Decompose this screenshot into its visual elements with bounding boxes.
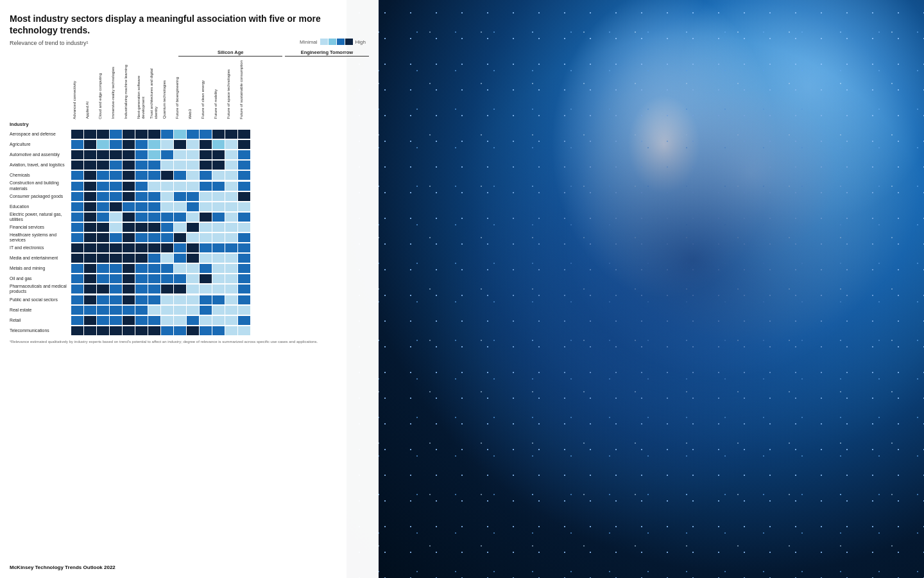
legend-minimal: Minimal [300,39,318,45]
row-cells-17 [71,306,250,315]
row-label-15: Pharmaceuticals and medical products [10,284,71,294]
cell-0-8 [174,130,186,139]
row-label-17: Real estate [10,308,71,313]
cell-11-3 [110,243,122,252]
cell-17-1 [84,306,96,315]
cell-9-0 [71,223,83,232]
cell-8-5 [135,213,148,222]
cell-1-9 [187,140,199,149]
cell-7-2 [97,202,109,211]
cell-4-9 [187,171,199,180]
row-cells-1 [71,140,250,149]
col-header-10: Future of clean energy [201,80,213,119]
cell-2-8 [174,150,186,159]
table-row-16: Public and social sectors [10,295,369,305]
cell-15-0 [71,285,83,293]
cell-6-7 [161,192,173,201]
cell-5-13 [238,182,250,191]
cell-14-9 [187,274,199,283]
cell-13-6 [148,264,160,273]
cell-1-4 [123,140,135,149]
cell-6-3 [110,192,122,201]
cell-4-1 [84,171,96,180]
cell-10-0 [71,233,83,242]
cell-7-9 [187,202,199,211]
cell-0-3 [110,130,122,139]
cell-2-1 [84,150,96,159]
cell-19-11 [212,326,225,335]
col-header-7: Quantum technologies [162,80,175,119]
cell-12-0 [71,254,83,263]
cell-7-3 [110,202,122,211]
table-row-5: Construction and building materials [10,180,369,191]
cell-2-2 [97,150,109,159]
cell-8-10 [200,213,212,222]
cell-1-10 [200,140,212,149]
table-row-19: Telecommunications [10,326,369,336]
col-header-4: Industrializing machine learning [124,65,136,119]
cell-1-13 [238,140,250,149]
cell-13-11 [212,264,225,273]
cell-6-9 [187,192,199,201]
cell-5-0 [71,182,83,191]
cell-2-7 [161,150,173,159]
cell-13-12 [225,264,237,273]
cell-0-0 [71,130,83,139]
cell-14-13 [238,274,250,283]
cell-3-8 [174,161,186,170]
cell-18-6 [148,316,160,325]
cell-18-12 [225,316,237,325]
cell-1-2 [97,140,109,149]
row-label-16: Public and social sectors [10,297,71,302]
cell-16-2 [97,295,109,304]
cell-1-3 [110,140,122,149]
cell-16-1 [84,295,96,304]
table-row-18: Retail [10,315,369,326]
cell-5-2 [97,182,109,191]
cell-1-0 [71,140,83,149]
cell-6-8 [174,192,186,201]
cell-11-8 [174,243,186,252]
cell-12-8 [174,254,186,263]
cell-8-0 [71,213,83,222]
cell-12-13 [238,254,250,263]
cell-4-8 [174,171,186,180]
cell-14-4 [123,274,135,283]
cell-12-5 [135,254,148,263]
cell-17-10 [200,306,212,315]
cell-4-4 [123,171,135,180]
legend-boxes [320,39,353,45]
cell-3-11 [212,161,225,170]
cell-18-4 [123,316,135,325]
row-cells-9 [71,223,250,232]
cell-4-5 [135,171,148,180]
cell-11-1 [84,243,96,252]
cell-16-12 [225,295,237,304]
cell-16-7 [161,295,173,304]
cell-15-6 [148,285,160,293]
cell-9-12 [225,223,237,232]
cell-0-4 [123,130,135,139]
cell-4-11 [212,171,225,180]
cell-4-0 [71,171,83,180]
cell-2-9 [187,150,199,159]
row-label-9: Financial services [10,225,71,230]
row-cells-4 [71,171,250,180]
cell-4-3 [110,171,122,180]
row-label-10: Healthcare systems and services [10,232,71,243]
table-row-7: Education [10,202,369,212]
cell-10-10 [200,233,212,242]
cell-18-11 [212,316,225,325]
cell-5-11 [212,182,225,191]
row-cells-18 [71,316,250,325]
footnote: ¹Relevance estimated qualitatively by in… [10,340,369,345]
cell-16-4 [123,295,135,304]
cell-15-3 [110,285,122,293]
cell-12-9 [187,254,199,263]
cell-12-12 [225,254,237,263]
cell-11-10 [200,243,212,252]
col-header-1: Applied AI [85,101,98,119]
cell-15-10 [200,285,212,293]
cell-8-11 [212,213,225,222]
cell-14-12 [225,274,237,283]
